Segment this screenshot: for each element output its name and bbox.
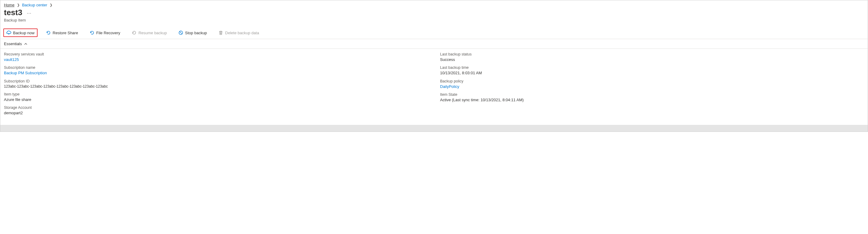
essentials-toggle[interactable]: Essentials — [0, 39, 868, 49]
file-recovery-label: File Recovery — [96, 31, 120, 35]
item-type-value: Azure file share — [4, 97, 428, 103]
storage-account-value: demopart2 — [4, 110, 428, 116]
undo-icon — [90, 30, 94, 35]
trash-icon — [218, 30, 223, 35]
subscription-name-value[interactable]: Backup PM Subscription — [4, 70, 428, 76]
undo-icon — [46, 30, 51, 35]
last-backup-time-field: Last backup time 10/13/2021, 8:03:01 AM — [440, 65, 864, 76]
item-state-value: Active (Last sync time: 10/13/2021, 8:04… — [440, 97, 864, 103]
restore-share-label: Restore Share — [53, 31, 78, 35]
delete-backup-data-button: Delete backup data — [215, 29, 262, 37]
essentials-left-column: Recovery services vault vault125 Subscri… — [4, 52, 428, 119]
page-subtitle: Backup Item — [0, 18, 868, 27]
last-backup-status-field: Last backup status Success — [440, 52, 864, 62]
backup-policy-value[interactable]: DailyPolicy — [440, 84, 864, 89]
stop-backup-button[interactable]: Stop backup — [175, 29, 210, 37]
resume-backup-label: Resume backup — [138, 31, 167, 35]
more-actions-button[interactable]: … — [27, 9, 32, 16]
breadcrumb-home[interactable]: Home — [4, 3, 14, 7]
subscription-id-label: Subscription ID — [4, 79, 428, 84]
item-state-label: Item State — [440, 92, 864, 97]
item-type-label: Item type — [4, 92, 428, 97]
footer-strip — [0, 125, 868, 131]
last-backup-time-value: 10/13/2021, 8:03:01 AM — [440, 70, 864, 76]
subscription-id-value: 123abc-123abc-123abc-123abc-123abc-123ab… — [4, 84, 428, 89]
item-state-field: Item State Active (Last sync time: 10/13… — [440, 92, 864, 103]
essentials-label: Essentials — [4, 41, 22, 46]
delete-backup-data-label: Delete backup data — [225, 31, 259, 35]
page-title: test3 — [4, 8, 23, 17]
stop-backup-label: Stop backup — [185, 31, 207, 35]
restore-share-button[interactable]: Restore Share — [43, 29, 81, 37]
recovery-vault-value[interactable]: vault125 — [4, 57, 428, 62]
subscription-name-field: Subscription name Backup PM Subscription — [4, 65, 428, 76]
chevron-up-icon — [24, 42, 27, 46]
breadcrumb: Home ❯ Backup center ❯ — [0, 0, 868, 8]
breadcrumb-backup-center[interactable]: Backup center — [22, 3, 47, 7]
backup-now-label: Backup now — [13, 31, 34, 35]
stop-icon — [178, 30, 183, 35]
refresh-icon — [132, 30, 136, 35]
file-recovery-button[interactable]: File Recovery — [87, 29, 123, 37]
item-type-field: Item type Azure file share — [4, 92, 428, 102]
recovery-vault-label: Recovery services vault — [4, 52, 428, 57]
last-backup-status-value: Success — [440, 57, 864, 62]
last-backup-status-label: Last backup status — [440, 52, 864, 57]
last-backup-time-label: Last backup time — [440, 65, 864, 70]
essentials-right-column: Last backup status Success Last backup t… — [440, 52, 864, 119]
svg-line-1 — [180, 32, 182, 34]
resume-backup-button: Resume backup — [129, 29, 170, 37]
subscription-name-label: Subscription name — [4, 65, 428, 70]
title-bar: test3 … — [0, 8, 868, 18]
backup-policy-label: Backup policy — [440, 79, 864, 84]
backup-now-button[interactable]: Backup now — [3, 29, 37, 37]
chevron-right-icon: ❯ — [17, 3, 20, 7]
storage-account-label: Storage Account — [4, 105, 428, 110]
chevron-right-icon: ❯ — [50, 3, 52, 7]
recovery-vault-field: Recovery services vault vault125 — [4, 52, 428, 62]
essentials-panel: Recovery services vault vault125 Subscri… — [0, 49, 868, 125]
backup-policy-field: Backup policy DailyPolicy — [440, 79, 864, 89]
toolbar: Backup now Restore Share File Recovery R… — [0, 27, 868, 39]
storage-account-field: Storage Account demopart2 — [4, 105, 428, 116]
subscription-id-field: Subscription ID 123abc-123abc-123abc-123… — [4, 79, 428, 89]
cloud-backup-icon — [6, 30, 11, 35]
